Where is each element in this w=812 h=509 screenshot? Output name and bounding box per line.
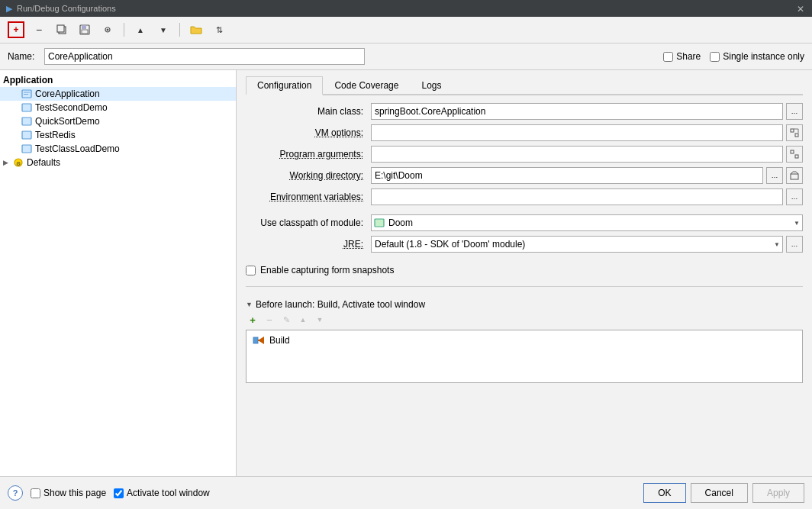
svg-rect-16 <box>791 129 794 132</box>
sidebar-group-application[interactable]: Application <box>0 73 236 87</box>
sidebar-item-test-redis[interactable]: TestRedis <box>0 128 236 142</box>
settings-button[interactable] <box>99 21 116 38</box>
move-up-button[interactable]: ▲ <box>132 21 149 38</box>
jre-label: JRE: <box>246 239 368 250</box>
bottom-bar-right: OK Cancel Apply <box>643 483 804 503</box>
launch-toolbar: + − ✎ ▲ ▼ <box>246 313 803 327</box>
apply-button[interactable]: Apply <box>752 483 804 503</box>
build-label: Build <box>269 335 290 346</box>
tab-configuration[interactable]: Configuration <box>246 76 323 95</box>
section-divider <box>246 286 803 287</box>
tab-code-coverage[interactable]: Code Coverage <box>323 76 410 94</box>
svg-rect-3 <box>82 25 86 29</box>
svg-rect-12 <box>22 131 31 139</box>
close-icon[interactable]: ✕ <box>797 4 806 13</box>
jre-browse-button[interactable]: … <box>786 236 803 253</box>
tab-bar: Configuration Code Coverage Logs <box>246 76 803 95</box>
name-label: Name: <box>8 51 38 62</box>
dialog: + − ▲ ▼ <box>0 17 812 509</box>
svg-rect-22 <box>791 174 798 179</box>
vm-options-input[interactable] <box>371 124 783 141</box>
share-checkbox-label[interactable]: Share <box>663 51 701 62</box>
show-page-checkbox[interactable] <box>31 488 40 498</box>
activate-tool-window-checkbox[interactable] <box>114 488 124 498</box>
dialog-title: Run/Debug Configurations <box>17 4 116 13</box>
save-button[interactable] <box>76 21 93 38</box>
launch-move-down-button[interactable]: ▼ <box>313 313 327 327</box>
sidebar-item-test-second-demo[interactable]: TestSecondDemo <box>0 101 236 114</box>
env-vars-browse-button[interactable]: … <box>786 188 803 205</box>
before-launch-title: Before launch: Build, Activate tool wind… <box>256 299 425 310</box>
single-instance-checkbox-label[interactable]: Single instance only <box>710 51 804 62</box>
add-button[interactable]: + <box>8 21 24 38</box>
svg-point-6 <box>107 29 109 31</box>
program-args-row <box>371 146 803 163</box>
share-checkbox[interactable] <box>663 52 673 62</box>
capture-snapshots-checkbox[interactable] <box>246 266 256 275</box>
expand-icon <box>790 128 799 137</box>
folder-icon <box>190 25 202 34</box>
toolbar-separator-2 <box>179 23 180 37</box>
help-button[interactable]: ? <box>8 485 23 501</box>
sidebar-item-quiksort-demo[interactable]: QuickSortDemo <box>0 114 236 128</box>
classpath-label: Use classpath of module: <box>246 217 368 228</box>
name-input[interactable] <box>44 48 365 65</box>
single-instance-checkbox[interactable] <box>710 52 720 62</box>
app-item-icon-2 <box>21 103 32 112</box>
env-vars-input[interactable] <box>371 188 783 205</box>
activate-tool-window-label[interactable]: Activate tool window <box>114 488 210 498</box>
bottom-bar-left: ? Show this page Activate tool window <box>8 485 636 501</box>
working-dir-row: … <box>371 167 803 184</box>
jre-select-wrapper: Default (1.8 - SDK of 'Doom' module) ▼ <box>371 236 783 253</box>
main-class-input[interactable] <box>371 103 783 120</box>
vm-options-row <box>371 124 803 141</box>
toolbar-separator <box>124 23 124 37</box>
classpath-select[interactable]: Doom <box>371 214 803 231</box>
working-dir-label: Working directory: <box>246 170 368 181</box>
module-icon <box>374 218 385 227</box>
build-icon <box>253 335 265 346</box>
program-args-input[interactable] <box>371 146 783 163</box>
expand-icon-3 <box>790 171 799 180</box>
svg-text:⚙: ⚙ <box>16 161 21 166</box>
sidebar-item-test-class-load-demo[interactable]: TestClassLoadDemo <box>0 142 236 156</box>
program-args-expand-button[interactable] <box>786 146 803 163</box>
name-row: Name: Share Single instance only <box>0 43 812 70</box>
working-dir-expand-button[interactable] <box>786 167 803 184</box>
launch-add-button[interactable]: + <box>246 313 259 327</box>
sidebar-item-defaults[interactable]: ▶ ⚙ Defaults <box>0 156 236 169</box>
before-launch-header: ▼ Before launch: Build, Activate tool wi… <box>246 299 803 310</box>
before-launch-arrow[interactable]: ▼ <box>246 301 253 308</box>
svg-rect-10 <box>22 104 31 111</box>
sidebar: Application CoreApplication TestSecondDe… <box>0 70 237 476</box>
remove-button[interactable]: − <box>31 21 47 38</box>
sort-button[interactable]: ⇅ <box>211 21 227 38</box>
launch-edit-button[interactable]: ✎ <box>279 313 293 327</box>
folder-button[interactable] <box>188 21 205 38</box>
cancel-button[interactable]: Cancel <box>691 483 748 503</box>
jre-select[interactable]: Default (1.8 - SDK of 'Doom' module) <box>371 236 783 253</box>
vm-options-expand-button[interactable] <box>786 124 803 141</box>
classpath-select-wrapper: Doom ▼ <box>371 214 803 231</box>
tab-logs[interactable]: Logs <box>410 76 453 94</box>
working-dir-input[interactable] <box>371 167 763 184</box>
jre-row: Default (1.8 - SDK of 'Doom' module) ▼ … <box>371 236 803 253</box>
show-page-label[interactable]: Show this page <box>31 488 106 498</box>
launch-remove-button[interactable]: − <box>263 313 276 327</box>
move-down-button[interactable]: ▼ <box>155 21 172 38</box>
program-args-label: Program arguments: <box>246 149 368 159</box>
launch-move-up-button[interactable]: ▲ <box>296 313 310 327</box>
svg-rect-1 <box>57 25 64 32</box>
bottom-bar: ? Show this page Activate tool window OK… <box>0 476 812 509</box>
svg-rect-11 <box>22 118 31 125</box>
classpath-row: Doom ▼ <box>371 214 803 231</box>
sidebar-item-core-application[interactable]: CoreApplication <box>0 87 236 101</box>
ok-button[interactable]: OK <box>643 483 685 503</box>
capture-snapshots-row: Enable capturing form snapshots <box>246 265 803 275</box>
copy-button[interactable] <box>53 21 70 38</box>
working-dir-browse-button[interactable]: … <box>766 167 783 184</box>
main-class-browse-button[interactable]: … <box>786 103 803 120</box>
svg-rect-21 <box>795 155 798 158</box>
configuration-form: Main class: … VM options: <box>246 103 803 253</box>
svg-rect-17 <box>795 134 798 137</box>
